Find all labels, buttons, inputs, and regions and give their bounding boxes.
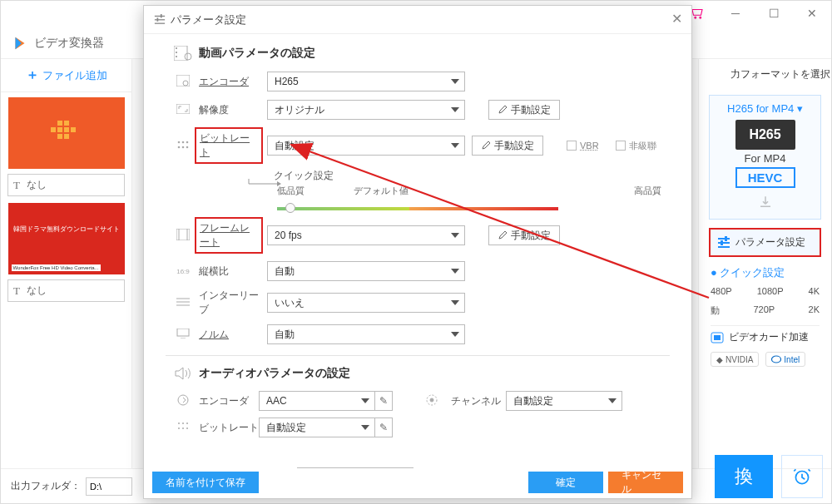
interleave-label: インターリーブ — [199, 289, 267, 317]
quickset-label: クイック設定 — [274, 169, 661, 183]
svg-point-52 — [178, 427, 180, 429]
alarm-button[interactable] — [781, 455, 823, 498]
ok-button[interactable]: 確定 — [528, 472, 603, 493]
quality-slider[interactable] — [277, 207, 558, 210]
dialog-close-button[interactable]: ✕ — [668, 11, 685, 27]
add-file-button[interactable]: ＋ ファイル追加 — [1, 59, 131, 92]
svg-point-54 — [186, 427, 188, 429]
svg-point-32 — [178, 141, 181, 143]
quick-row-1: 480P 1080P 4K — [711, 286, 820, 296]
app-logo: ビデオ変換器 — [11, 34, 104, 52]
svg-rect-22 — [161, 14, 162, 17]
chip-icon — [711, 332, 724, 343]
format-card[interactable]: H265 for MP4 ▾ H265 For MP4 HEVC — [709, 95, 821, 220]
svg-point-33 — [182, 141, 185, 143]
app-logo-icon — [11, 34, 29, 52]
window-controls: ─ ☐ ✕ — [678, 1, 831, 26]
encoder-select[interactable]: H265 — [267, 72, 465, 91]
speaker-icon — [174, 366, 192, 381]
bitrate-label: ビットレート — [195, 127, 263, 164]
a-bitrate-icon — [174, 422, 192, 434]
svg-rect-9 — [64, 134, 69, 139]
convert-button[interactable]: 換 — [715, 455, 773, 498]
aspect-icon: 16:9 — [174, 268, 192, 275]
svg-rect-13 — [725, 236, 727, 241]
interleave-select[interactable]: いいえ — [267, 293, 465, 313]
bitrate-manual-button[interactable]: 手動設定 — [472, 136, 543, 156]
thumb-caption-1: 韓国ドラマ無料ダウンロードサイト — [13, 225, 120, 234]
gpu-accel-row[interactable]: ビデオカード加速 — [711, 325, 820, 348]
svg-rect-8 — [57, 134, 62, 139]
svg-rect-2 — [57, 121, 62, 126]
svg-point-1 — [700, 17, 701, 18]
svg-rect-44 — [177, 329, 189, 336]
a-encoder-edit[interactable]: ✎ — [374, 391, 393, 411]
alarm-icon — [791, 466, 813, 487]
quick-row-2: 動 720P 2K — [711, 304, 820, 317]
a-encoder-select[interactable]: AAC — [259, 391, 375, 411]
chip-nvidia[interactable]: ◆ NVIDIA — [711, 352, 759, 367]
svg-rect-14 — [721, 240, 723, 245]
aspect-label: 縦横比 — [199, 264, 267, 279]
video-thumbnail-1[interactable] — [8, 97, 125, 169]
framerate-select[interactable]: 20 fps — [267, 225, 465, 245]
svg-rect-16 — [714, 335, 721, 340]
svg-point-35 — [178, 146, 181, 148]
a-bitrate-select[interactable]: 自動設定 — [259, 418, 375, 437]
save-as-button[interactable]: 名前を付けて保存 — [152, 472, 259, 493]
svg-rect-5 — [57, 127, 62, 132]
quality-labels: 低品質 デフォルト値 高品質 — [277, 185, 661, 197]
cascade-checkbox[interactable]: 非級聯 — [616, 140, 656, 152]
chip-intel[interactable]: Intel — [765, 352, 805, 367]
cancel-button[interactable]: キャンセル — [608, 472, 683, 493]
bitrate-select[interactable]: 自動設定 — [267, 136, 465, 156]
norm-label: ノルム — [199, 328, 267, 342]
subtitle-field-2[interactable]: Tなし — [7, 279, 125, 302]
text-icon: T — [13, 284, 20, 298]
svg-rect-20 — [155, 19, 165, 20]
dialog-body: 動画パラメータの設定 エンコーダ H265 解像度 オリジナル 手動設定 ビット… — [144, 34, 691, 468]
framerate-icon — [174, 229, 192, 243]
svg-rect-12 — [718, 246, 730, 248]
a-bitrate-edit[interactable]: ✎ — [374, 418, 393, 437]
slider-handle[interactable] — [285, 203, 295, 213]
left-panel: ＋ ファイル追加 Tなし 韓国ドラマ無料ダウンロードサイト WonderFox … — [1, 59, 132, 468]
output-folder-input[interactable] — [86, 477, 132, 496]
sliders-icon — [717, 236, 730, 250]
vbr-checkbox[interactable]: VBR — [567, 141, 599, 151]
output-format-title: 力フォーマットを選択 — [699, 59, 831, 90]
svg-point-49 — [178, 422, 180, 424]
parameter-settings-button[interactable]: パラメータ設定 — [709, 228, 821, 257]
sliders-icon — [154, 14, 166, 26]
channel-select[interactable]: 自動設定 — [506, 391, 622, 411]
svg-point-17 — [772, 356, 781, 363]
close-button[interactable]: ✕ — [793, 1, 831, 26]
framerate-manual-button[interactable]: 手動設定 — [488, 225, 560, 245]
svg-point-53 — [182, 427, 184, 429]
text-icon: T — [13, 179, 20, 192]
video-thumbnail-2[interactable]: 韓国ドラマ無料ダウンロードサイト WonderFox Free HD Video… — [8, 203, 125, 274]
a-bitrate-label: ビットレート — [199, 421, 259, 435]
svg-rect-31 — [176, 104, 190, 114]
resolution-select[interactable]: オリジナル — [267, 100, 465, 120]
interleave-icon — [174, 297, 192, 309]
format-badge-hevc: HEVC — [735, 167, 795, 188]
svg-rect-27 — [176, 56, 177, 57]
dialog-titlebar: パラメータ設定 ✕ — [144, 6, 691, 34]
subtitle-field-1[interactable]: Tなし — [7, 174, 125, 196]
svg-point-34 — [186, 141, 189, 143]
maximize-button[interactable]: ☐ — [755, 1, 793, 26]
format-badge-formp4: For MP4 — [716, 152, 814, 165]
norm-icon — [174, 329, 192, 341]
encoder-icon — [174, 75, 192, 89]
minimize-button[interactable]: ─ — [716, 1, 755, 26]
aspect-select[interactable]: 自動 — [267, 261, 465, 281]
norm-select[interactable]: 自動 — [267, 324, 465, 344]
resolution-manual-button[interactable]: 手動設定 — [488, 100, 560, 120]
svg-point-0 — [695, 17, 696, 18]
svg-rect-19 — [155, 15, 165, 16]
intel-icon — [771, 354, 781, 364]
svg-rect-4 — [51, 127, 56, 132]
tiles-icon — [51, 121, 82, 146]
app-title: ビデオ変換器 — [34, 36, 104, 51]
